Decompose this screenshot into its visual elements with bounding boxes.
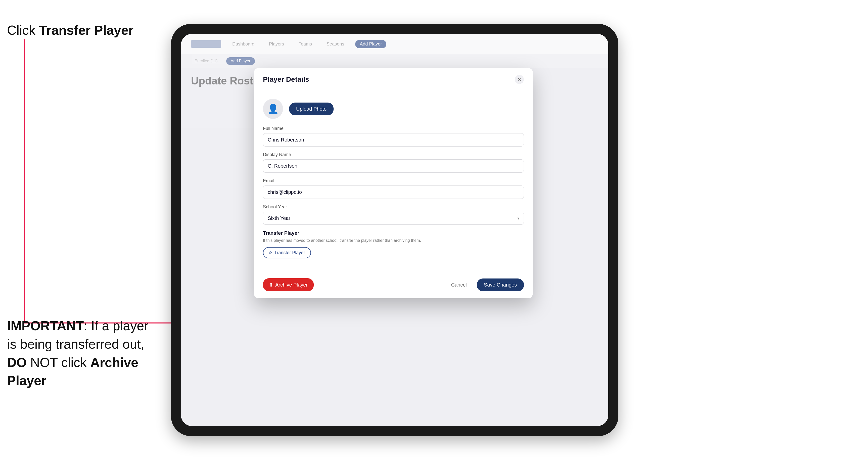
- upload-photo-button[interactable]: Upload Photo: [289, 102, 334, 115]
- sub-navigation: Enrolled (11) Add Player: [181, 54, 608, 68]
- player-details-modal: Player Details × 👤 Upload Photo Full Nam…: [254, 68, 533, 298]
- transfer-player-section: Transfer Player If this player has moved…: [263, 230, 524, 258]
- modal-title: Player Details: [263, 75, 309, 84]
- photo-section: 👤 Upload Photo: [263, 99, 524, 119]
- transfer-player-button-label: Transfer Player: [274, 250, 305, 255]
- avatar: 👤: [263, 99, 283, 119]
- app-logo: [191, 40, 221, 48]
- nav-item-dashboard: Dashboard: [229, 40, 258, 48]
- school-year-field: School Year First Year Second Year Third…: [263, 204, 524, 225]
- instruction-bold: Transfer Player: [39, 23, 133, 37]
- email-label: Email: [263, 178, 524, 184]
- archive-icon: ⬆: [269, 282, 273, 288]
- important-label: IMPORTANT: [7, 318, 84, 333]
- full-name-label: Full Name: [263, 126, 524, 131]
- school-year-select-wrapper: First Year Second Year Third Year Fourth…: [263, 212, 524, 225]
- instruction-prefix: Click: [7, 23, 39, 37]
- display-name-input[interactable]: [263, 159, 524, 173]
- sub-nav-enrolled: Enrolled (11): [191, 57, 221, 65]
- transfer-player-description: If this player has moved to another scho…: [263, 238, 524, 244]
- archive-player-label: Archive Player: [275, 282, 308, 288]
- nav-item-teams: Teams: [295, 40, 315, 48]
- modal-close-button[interactable]: ×: [515, 75, 524, 84]
- school-year-label: School Year: [263, 204, 524, 210]
- nav-item-active: Add Player: [355, 40, 386, 48]
- user-icon: 👤: [268, 103, 279, 114]
- display-name-label: Display Name: [263, 152, 524, 157]
- instruction-top: Click Transfer Player: [7, 23, 133, 38]
- tablet-screen: Dashboard Players Teams Seasons Add Play…: [181, 34, 608, 426]
- full-name-field: Full Name: [263, 126, 524, 147]
- full-name-input[interactable]: [263, 133, 524, 147]
- nav-item-players: Players: [266, 40, 287, 48]
- modal-header: Player Details ×: [254, 68, 533, 91]
- transfer-player-label: Transfer Player: [263, 230, 524, 236]
- do-label: DO: [7, 355, 27, 370]
- transfer-icon: ⟳: [269, 250, 272, 255]
- save-changes-button[interactable]: Save Changes: [477, 279, 524, 291]
- annotation-line-vertical: [24, 39, 25, 323]
- transfer-player-button[interactable]: ⟳ Transfer Player: [263, 247, 311, 258]
- instruction-rest2: NOT click: [27, 355, 90, 370]
- modal-body: 👤 Upload Photo Full Name Display Name Em…: [254, 91, 533, 273]
- nav-item-seasons: Seasons: [323, 40, 348, 48]
- email-input[interactable]: [263, 186, 524, 199]
- modal-footer: ⬆ Archive Player Cancel Save Changes: [254, 273, 533, 298]
- tablet-device: Dashboard Players Teams Seasons Add Play…: [171, 24, 618, 436]
- school-year-select[interactable]: First Year Second Year Third Year Fourth…: [263, 212, 524, 225]
- top-navigation: Dashboard Players Teams Seasons Add Play…: [181, 34, 608, 54]
- email-field: Email: [263, 178, 524, 199]
- archive-player-button[interactable]: ⬆ Archive Player: [263, 278, 314, 291]
- cancel-button[interactable]: Cancel: [446, 279, 472, 291]
- display-name-field: Display Name: [263, 152, 524, 173]
- sub-nav-add-player: Add Player: [226, 57, 255, 65]
- footer-right-actions: Cancel Save Changes: [446, 279, 524, 291]
- instruction-bottom: IMPORTANT: If a player is being transfer…: [7, 317, 158, 390]
